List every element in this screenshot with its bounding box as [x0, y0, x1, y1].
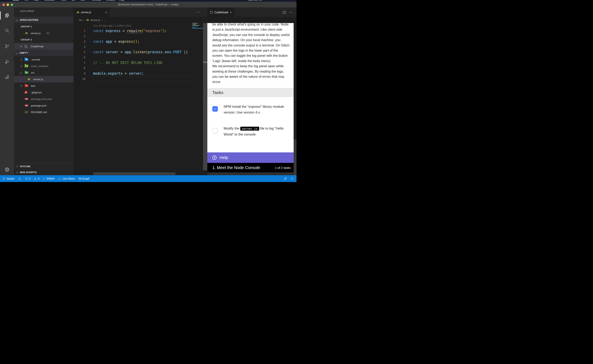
- webview-scrollbar[interactable]: [294, 23, 296, 175]
- tab-coderoad[interactable]: CodeRoad ×: [207, 8, 235, 17]
- menu-item-window[interactable]: Window: [106, 0, 115, 2]
- item-label: test: [31, 84, 35, 87]
- tutorial-text-line: is just a JavaScript environment. Like c…: [212, 27, 291, 32]
- breadcrumb-item-src[interactable]: src: [79, 19, 82, 22]
- js-file-icon: JS: [25, 32, 28, 34]
- task2-checkbox-unchecked[interactable]: [212, 128, 218, 133]
- menu-item-terminal[interactable]: Terminal: [91, 0, 101, 2]
- panel-bottom-gap: [207, 172, 294, 175]
- tree-item-node_modules[interactable]: JSnode_modules: [14, 63, 73, 69]
- tutorial-text-line: We recommend to keep the log panel open …: [212, 64, 291, 69]
- chevron-down-icon: [20, 72, 22, 74]
- editor-tab-bar: JS server.js × ⋯: [73, 8, 207, 17]
- code-text: const express = require("express");: [93, 28, 167, 33]
- tree-item-package-json[interactable]: npmpackage.json: [14, 102, 73, 109]
- run-debug-icon[interactable]: [0, 56, 14, 67]
- tab-server-js[interactable]: JS server.js ×: [73, 8, 110, 17]
- item-label: server.js: [33, 78, 43, 81]
- line-number: 2: [73, 33, 86, 39]
- js-file-icon: JS: [27, 78, 30, 80]
- code-line-1[interactable]: 1const express = require("express");: [73, 28, 192, 33]
- status-item-feedback-icon[interactable]: [284, 177, 287, 180]
- task1-text: NPM install the "express" library module…: [224, 104, 292, 115]
- breadcrumb-item-[interactable]: …: [104, 19, 107, 22]
- js-file-icon: JS: [76, 11, 79, 13]
- menu-item-file[interactable]: File: [24, 0, 28, 2]
- menu-item-view[interactable]: View: [61, 0, 66, 2]
- code-line-5[interactable]: 5const server = app.listen(process.env.P…: [73, 49, 192, 55]
- tree-item-package-lock-json[interactable]: npmpackage-lock.json: [14, 96, 73, 102]
- source-control-icon[interactable]: [0, 41, 14, 52]
- extensions-icon[interactable]: [0, 72, 14, 83]
- editor-scrollbar-thumb[interactable]: [203, 61, 207, 63]
- status-item-master[interactable]: master: [3, 177, 14, 180]
- activity-bar: [0, 8, 14, 175]
- tree-item--vscode[interactable]: ✕.vscode: [14, 56, 73, 63]
- tutorial-text: be able to check what's going on in your…: [212, 23, 291, 84]
- code-line-2[interactable]: 2: [73, 33, 192, 39]
- help-section-bar[interactable]: ? Help: [207, 152, 294, 163]
- section-open-editors[interactable]: OPEN EDITORS: [14, 17, 73, 23]
- item-label: .vscode: [31, 58, 40, 61]
- menu-item-code[interactable]: Code: [13, 0, 19, 2]
- breadcrumb[interactable]: src›JSserver.js›…: [79, 17, 107, 23]
- tree-item-src[interactable]: </>src: [14, 69, 73, 76]
- code-text: // -- DO NOT EDIT BELOW THIS LINE: [93, 60, 163, 65]
- breadcrumb-item-serverjs[interactable]: server.js: [90, 19, 100, 22]
- status-item-0[interactable]: 0: [25, 177, 30, 180]
- open-editor-server-js[interactable]: JSserver.jssrc: [14, 30, 73, 36]
- section-outline[interactable]: OUTLINE: [14, 163, 73, 169]
- search-icon[interactable]: [0, 25, 14, 36]
- settings-gear-icon[interactable]: [0, 164, 14, 175]
- chevron-right-icon: [16, 165, 18, 167]
- line-number: 6: [73, 55, 86, 60]
- minimap[interactable]: [192, 23, 203, 28]
- active-view-indicator: [0, 11, 1, 20]
- webview-scrollbar-thumb[interactable]: [294, 23, 296, 139]
- item-label: server.js: [31, 32, 41, 35]
- code-line-7[interactable]: 7// -- DO NOT EDIT BELOW THIS LINE: [73, 60, 192, 65]
- window-title-bar[interactable]: [Extension Development Host] - CodeRoad …: [0, 2, 296, 8]
- breadcrumb-separator-icon: ›: [84, 18, 85, 22]
- status-item-live-share[interactable]: Live Share: [58, 177, 75, 180]
- editor-more-actions-icon[interactable]: ⋯: [196, 8, 200, 17]
- status-item-shmck[interactable]: ShMcK: [43, 177, 54, 180]
- code-line-4[interactable]: 4: [73, 44, 192, 50]
- close-editor-icon[interactable]: ×: [20, 45, 22, 48]
- npm-icon: npm: [25, 104, 28, 106]
- close-tab-icon[interactable]: ×: [105, 11, 107, 14]
- menu-item-run[interactable]: Run: [80, 0, 85, 2]
- tree-item-README-md[interactable]: M↓README.md: [14, 109, 73, 115]
- code-text: const app = express();: [93, 39, 140, 44]
- status-item-bell-icon[interactable]: [291, 177, 294, 180]
- code-line-6[interactable]: 6: [73, 55, 192, 60]
- menu-item-help[interactable]: Help: [119, 0, 124, 2]
- explorer-icon[interactable]: [0, 10, 14, 21]
- tutorial-text-line: occur.: [212, 79, 291, 84]
- section-npm-scripts[interactable]: NPM SCRIPTS: [14, 169, 73, 175]
- code-line-8[interactable]: 8: [73, 65, 192, 71]
- open-editor-coderoad[interactable]: ×CodeRoad: [14, 43, 73, 50]
- menu-item-edit[interactable]: Edit: [34, 0, 39, 2]
- codelens-annotation[interactable]: You, 20 days ago | 1 author (You): [93, 24, 131, 27]
- editor-scrollbar[interactable]: [203, 23, 207, 170]
- item-label: .gitignore: [31, 91, 42, 94]
- tree-item-test[interactable]: ✎test: [14, 83, 73, 89]
- split-editor-icon[interactable]: [283, 11, 286, 13]
- section-empty[interactable]: EMPTY: [14, 50, 73, 56]
- menu-item-selection[interactable]: Selection: [45, 0, 54, 2]
- item-label: EMPTY: [20, 52, 28, 54]
- close-panel-tab-icon[interactable]: ×: [230, 11, 232, 14]
- status-item-git-graph[interactable]: Git Graph: [78, 177, 89, 180]
- status-item-cloud-upload[interactable]: [18, 177, 21, 180]
- editor-horizontal-scrollbar[interactable]: [93, 172, 175, 175]
- menu-item-go[interactable]: Go: [72, 0, 75, 2]
- tree-item-server-js[interactable]: JSserver.js: [14, 76, 73, 83]
- status-item-0[interactable]: 0: [34, 177, 39, 180]
- panel-more-actions-icon[interactable]: ⋯: [289, 10, 293, 14]
- tree-item--gitignore[interactable]: .gitignore: [14, 89, 73, 96]
- lesson-footer-bar[interactable]: 1. Meet the Node Console 1 of 2 tasks: [207, 163, 294, 172]
- code-line-3[interactable]: 3const app = express();: [73, 39, 192, 44]
- task1-checkbox-checked[interactable]: ✓: [212, 106, 218, 112]
- code-line-9[interactable]: 9module.exports = server;: [73, 71, 192, 76]
